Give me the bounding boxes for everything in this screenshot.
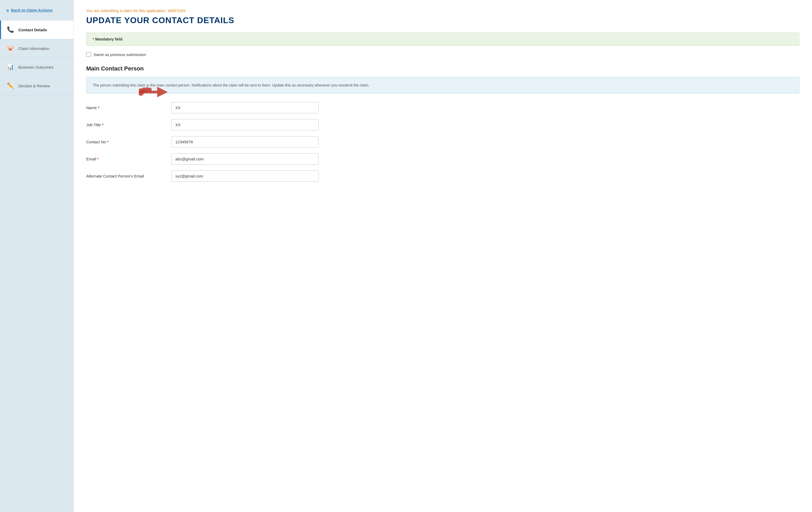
section-title-main-contact: Main Contact Person xyxy=(86,65,800,72)
alt-email-field-row: Alternate Contact Person's Email xyxy=(86,170,800,182)
sidebar-item-declare-review[interactable]: ✏️ Declare & Review xyxy=(0,77,73,95)
sidebar-item-business-outcomes[interactable]: 📊 Business Outcomes xyxy=(0,58,73,77)
piggy-bank-icon: 🐷 xyxy=(6,45,14,52)
asterisk-icon: * xyxy=(93,37,95,41)
nav-label-business-outcomes: Business Outcomes xyxy=(19,65,53,69)
nav-label-claim-information: Claim Information xyxy=(19,46,50,51)
main-content: You are submitting a claim for this appl… xyxy=(74,0,812,512)
info-box-text: The person submitting this claim is the … xyxy=(93,83,369,87)
name-input[interactable] xyxy=(171,102,319,113)
email-label: Email* xyxy=(86,157,165,161)
contact-no-field-row: Contact No* xyxy=(86,136,800,147)
sidebar-item-contact-details[interactable]: 📞 Contact Details xyxy=(0,21,73,39)
contact-no-input[interactable] xyxy=(171,136,319,147)
nav-label-contact-details: Contact Details xyxy=(19,28,47,32)
email-field-row: Email* xyxy=(86,153,800,165)
same-as-previous-checkbox[interactable] xyxy=(86,52,91,57)
chevron-left-icon: « xyxy=(6,7,9,13)
back-to-claim-actions-link[interactable]: « Back to Claim Actions xyxy=(0,0,73,21)
back-link-label: Back to Claim Actions xyxy=(11,8,53,12)
pointer-annotation xyxy=(139,82,170,104)
pencil-icon: ✏️ xyxy=(6,82,14,89)
same-as-previous-row: Same as previous submission xyxy=(86,52,800,57)
phone-icon: 📞 xyxy=(6,26,14,33)
name-label: Name* xyxy=(86,106,165,110)
contact-no-label: Contact No* xyxy=(86,140,165,144)
sidebar-item-claim-information[interactable]: 🐷 Claim Information xyxy=(0,39,73,58)
page-title: UPDATE YOUR CONTACT DETAILS xyxy=(86,16,800,25)
alt-email-label: Alternate Contact Person's Email xyxy=(86,174,165,178)
application-notice: You are submitting a claim for this appl… xyxy=(86,8,800,13)
job-title-label: Job Title* xyxy=(86,122,165,127)
sidebar: « Back to Claim Actions 📞 Contact Detail… xyxy=(0,0,74,512)
mandatory-label: Mandatory field xyxy=(95,37,122,41)
svg-point-3 xyxy=(145,87,149,92)
alt-email-input[interactable] xyxy=(171,170,319,182)
nav-label-declare-review: Declare & Review xyxy=(19,84,50,88)
job-title-input[interactable] xyxy=(171,119,319,131)
job-title-field-row: Job Title* xyxy=(86,119,800,131)
name-field-row: Name* xyxy=(86,102,800,113)
same-as-previous-label[interactable]: Same as previous submission xyxy=(94,52,146,57)
mandatory-banner: * Mandatory field xyxy=(86,33,800,46)
svg-point-4 xyxy=(148,88,152,92)
chart-icon: 📊 xyxy=(6,64,14,70)
email-input[interactable] xyxy=(171,153,319,165)
info-box: The person submitting this claim is the … xyxy=(86,77,800,94)
